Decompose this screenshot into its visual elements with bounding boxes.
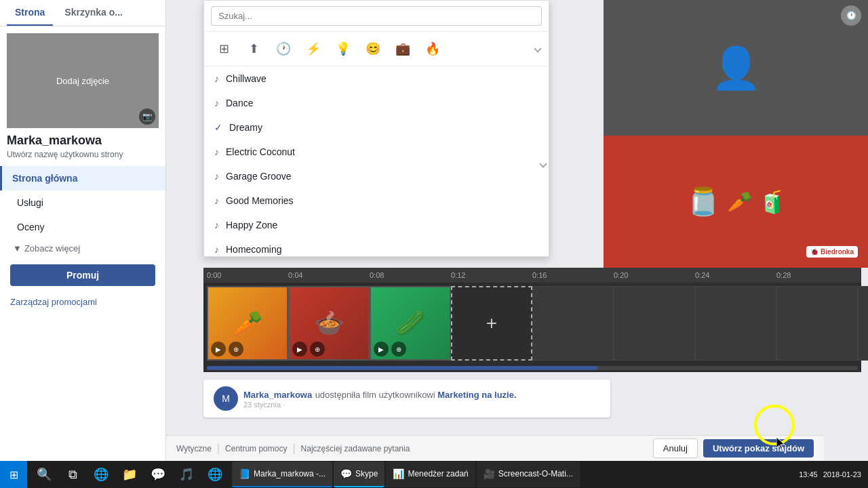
progress-fill [207,366,597,370]
music-item-garage[interactable]: ♪ Garage Groove [204,164,549,188]
add-clip-button[interactable]: + [451,286,532,361]
clip-2[interactable]: 🍲 ▶ ⊕ [288,286,370,361]
sep-1: | [217,443,220,455]
start-button[interactable]: ⊞ [0,461,27,488]
smile-icon-btn[interactable]: 😊 [361,37,384,60]
taskbar-app-skype[interactable]: 💬 Skype [334,462,384,487]
music-note-icon: ♪ [214,98,219,108]
music-item-happy[interactable]: ♪ Happy Zone [204,213,549,237]
clip-2-controls: ▶ ⊕ [292,342,325,357]
nav-reviews[interactable]: Oceny [0,215,165,239]
post-link[interactable]: Marketing na luzie. [437,390,516,400]
clip-3[interactable]: 🥒 ▶ ⊕ [370,286,451,361]
itunes-icon[interactable]: 🎵 [173,462,200,487]
time-12: 0:12 [451,271,532,279]
timeline-ruler: 0:00 0:04 0:08 0:12 0:16 0:20 0:24 0:28 [203,268,861,283]
music-name-good: Good Memories [226,195,294,206]
clip-3-btn-1[interactable]: ▶ [374,342,389,357]
taskbar-app-taskmanager[interactable]: 📊 Menedżer zadań [386,462,475,487]
clip-2-btn-2[interactable]: ⊕ [310,342,325,357]
music-search-input[interactable] [211,6,542,26]
manage-promotions-link[interactable]: Zarządzaj promocjami [0,293,165,311]
taskbar-screencast-label: Screencast-O-Mati... [498,469,573,479]
tab-strona[interactable]: Strona [7,0,53,26]
nav-home[interactable]: Strona główna [0,166,165,190]
music-note-icon: ♪ [214,244,219,255]
cancel-button[interactable]: Anuluj [653,439,698,458]
clip-3-btn-2[interactable]: ⊕ [391,342,406,357]
taskbar-date: 2018-01-23 [823,470,861,479]
music-note-icon: ♪ [214,146,219,157]
time-28: 0:28 [776,271,858,279]
skype-app-icon: 💬 [340,468,352,479]
music-item-homecoming[interactable]: ♪ Homecoming [204,237,549,256]
music-item-good[interactable]: ♪ Good Memories [204,188,549,213]
music-dropdown: ⊞ ⬆ 🕐 ⚡ 💡 😊 💼 🔥 ♪ Chillwave ♪ Dance ✓ Dr… [203,0,549,257]
help-link[interactable]: Centrum pomocy [225,444,287,453]
clip-2-btn-1[interactable]: ▶ [292,342,307,357]
sep-2: | [292,443,295,455]
see-more-label: Zobacz więcej [24,243,80,253]
taskbar-taskmanager-label: Menedżer zadań [408,469,468,479]
music-item-dance[interactable]: ♪ Dance [204,91,549,115]
food-icon-1: 🫙 [686,186,720,218]
promote-button[interactable]: Promuj [10,264,155,286]
clock-icon-btn[interactable]: 🕐 [272,37,295,60]
video-top: 🕐 👤 [604,0,868,136]
music-name-electric: Electric Coconut [226,146,295,157]
taskbar-app-facebook[interactable]: 📘 Marka_markowa -... [232,462,332,487]
bowl-icon: 🍲 [314,309,344,338]
icon-toolbar: ⊞ ⬆ 🕐 ⚡ 💡 😊 💼 🔥 [204,32,549,66]
music-name-homecoming: Homecoming [226,244,281,255]
create-slideshow-button[interactable]: Utwórz pokaz slajdów [703,439,814,458]
trending-icon-btn[interactable]: ⬆ [242,37,265,60]
post-user[interactable]: Marka_markowa [243,390,312,400]
time-24: 0:24 [695,271,776,279]
faq-link[interactable]: Najczęściej zadawane pytania [301,444,410,453]
post-header: M Marka_markowa udostępniła film użytkow… [214,386,600,411]
tab-skrzynka[interactable]: Skrzynka o... [56,0,131,26]
scroll-up-indicator [534,45,541,52]
chrome-icon[interactable]: 🌐 [201,462,229,487]
timeline-progress[interactable] [207,366,858,370]
taskmanager-icon: 📊 [393,468,404,479]
task-view-icon[interactable]: ⧉ [59,462,86,487]
person-video: 👤 [604,0,868,136]
briefcase-icon-btn[interactable]: 💼 [391,37,414,60]
chevron-down-icon: ▼ [13,243,22,253]
video-bottom: 🫙 🥕 🧃 🐞 Biedronka [604,136,868,268]
main-content: 🕐 👤 🫙 🥕 🧃 🐞 Biedronka ⊞ ⬆ 🕐 ⚡ 💡 😊 💼 [166,0,868,488]
search-taskbar-icon[interactable]: 🔍 [31,462,58,487]
page-image[interactable]: Dodaj zdjęcie 📷 [7,33,159,128]
music-name-dreamy: Dreamy [229,122,262,133]
explorer-icon[interactable]: 📁 [116,462,143,487]
clip-1-btn-1[interactable]: ▶ [211,342,226,357]
ie-icon[interactable]: 🌐 [87,462,115,487]
clip-1[interactable]: 🥕 ▶ ⊕ [207,286,288,361]
checkmark-icon: ✓ [214,122,222,133]
fire-icon-btn[interactable]: 🔥 [421,37,444,60]
bulb-icon-btn[interactable]: 💡 [332,37,355,60]
music-item-chillwave[interactable]: ♪ Chillwave [204,66,549,91]
guidelines-link[interactable]: Wytyczne [176,444,212,453]
music-note-icon: ♪ [214,220,219,230]
nav-services[interactable]: Usługi [0,190,165,215]
page-info: Dodaj zdjęcie 📷 Marka_markowa Utwórz naz… [0,26,165,166]
page-desc: Utwórz nazwę użytkownu strony [7,150,159,159]
taskbar-app-screencast[interactable]: 🎥 Screencast-O-Mati... [477,462,580,487]
grid-icon-btn[interactable]: ⊞ [212,37,235,60]
time-4: 0:04 [288,271,370,279]
music-note-icon: ♪ [214,171,219,182]
clip-1-btn-2[interactable]: ⊕ [229,342,243,357]
bolt-icon-btn[interactable]: ⚡ [302,37,325,60]
nav-see-more[interactable]: ▼ Zobacz więcej [0,239,165,258]
music-list: ♪ Chillwave ♪ Dance ✓ Dreamy ♪ Electric … [204,66,549,256]
music-item-dreamy[interactable]: ✓ Dreamy [204,115,549,140]
empty-slot-5 [858,286,868,361]
music-item-electric[interactable]: ♪ Electric Coconut [204,140,549,164]
taskbar-time: 13:45 [799,470,818,479]
skype-icon-tb[interactable]: 💬 [144,462,172,487]
post-avatar: M [214,386,238,411]
taskbar-app-label: Marka_markowa -... [254,469,326,479]
veggie-icon: 🥒 [395,309,426,338]
